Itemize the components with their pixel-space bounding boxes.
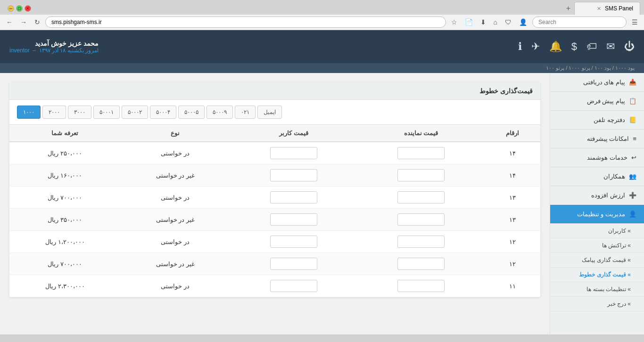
tab-1000[interactable]: ۱۰۰۰ xyxy=(17,106,41,119)
sidebar-sub-transactions[interactable]: تراکنش ها xyxy=(550,238,644,253)
cell-user-price[interactable] xyxy=(230,187,357,209)
cell-user-price[interactable] xyxy=(230,275,357,297)
main-layout: 📥 پیام های دریافتی 📋 پیام پیش فرض 📒 دفتر… xyxy=(0,73,644,334)
cell-tariff: ۲،۳۰۰،۰۰۰ ریال xyxy=(9,275,120,297)
table-row: ۱۱ در خواستی ۲،۳۰۰،۰۰۰ ریال xyxy=(9,275,540,297)
sub-users-label: کاربران xyxy=(608,228,626,234)
phonebook-icon: 📒 xyxy=(629,116,636,123)
bookmark-star-icon[interactable]: ☆ xyxy=(449,17,460,27)
sidebar-item-management[interactable]: 👤 مدیریت و تنظیمات xyxy=(550,205,644,224)
tab-50005[interactable]: ۵۰۰۰۵ xyxy=(178,106,205,119)
refresh-button[interactable]: ↻ xyxy=(32,17,42,27)
cell-tariff: ۱۶۰،۰۰۰ ریال xyxy=(9,164,120,187)
minimize-button[interactable]: ─ xyxy=(8,5,14,12)
forward-button[interactable]: → xyxy=(18,17,29,27)
user-price-input-4[interactable] xyxy=(270,236,317,248)
sidebar-item-draft[interactable]: 📋 پیام پیش فرض xyxy=(550,92,644,111)
user-price-input-3[interactable] xyxy=(270,213,317,226)
cell-type: در خواستی xyxy=(120,231,230,253)
send-icon[interactable]: ✈ xyxy=(531,41,540,53)
agent-price-input-3[interactable] xyxy=(397,213,445,226)
cell-user-price[interactable] xyxy=(230,164,357,187)
col-type: نوع xyxy=(120,125,230,142)
tab-close-icon[interactable]: ✕ xyxy=(597,6,601,12)
sidebar-sub-line-pricing[interactable]: قیمت گذاری خطوط xyxy=(550,268,644,282)
sidebar-item-partners[interactable]: 👥 همکاران xyxy=(550,167,644,186)
agent-price-input-5[interactable] xyxy=(397,258,445,270)
tab-2000[interactable]: ۲۰۰۰ xyxy=(42,106,66,119)
user-date: inventor – امروز یکشنبه ۱۸ آذر ۱۳۹۷ xyxy=(9,47,99,54)
reader-icon[interactable]: 📄 xyxy=(462,17,475,27)
profile-icon[interactable]: 👤 xyxy=(517,17,529,27)
sidebar-item-value-added[interactable]: ➕ ارزش افزوده xyxy=(550,186,644,205)
new-tab-button[interactable]: + xyxy=(562,4,574,13)
agent-price-input-0[interactable] xyxy=(397,147,445,159)
user-price-input-1[interactable] xyxy=(270,169,317,181)
home-icon[interactable]: ⌂ xyxy=(491,17,500,27)
menu-icon[interactable]: ☰ xyxy=(629,17,640,27)
tab-50002[interactable]: ۵۰۰۰۲ xyxy=(122,106,148,119)
agent-price-input-1[interactable] xyxy=(397,169,445,181)
tab-021[interactable]: ۰۲۱ xyxy=(235,106,256,119)
sidebar-sub-bundle-settings[interactable]: تنظیمات بسته ها xyxy=(550,282,644,297)
cell-type: در خواستی xyxy=(120,187,230,209)
dollar-icon[interactable]: $ xyxy=(571,41,577,53)
sidebar-item-label: دفترچه تلفن xyxy=(594,116,625,123)
tag-icon[interactable]: 🏷 xyxy=(586,41,597,53)
user-price-input-6[interactable] xyxy=(270,280,317,292)
table-row: ۱۲ غیر در خواستی ۷۰۰،۰۰۰ ریال xyxy=(9,253,540,275)
tab-3000[interactable]: ۳۰۰۰ xyxy=(68,106,91,119)
tab-email[interactable]: ایمیل xyxy=(257,106,282,119)
cell-agent-price[interactable] xyxy=(357,142,485,164)
sidebar-sub-users[interactable]: کاربران xyxy=(550,224,644,238)
table-row: ۱۴ غیر در خواستی ۱۶۰،۰۰۰ ریال xyxy=(9,164,540,187)
download-icon[interactable]: ⬇ xyxy=(478,17,488,27)
cell-tariff: ۳۵۰،۰۰۰ ریال xyxy=(9,209,120,231)
cell-agent-price[interactable] xyxy=(357,253,485,275)
sub-sms-pricing-label: قیمت گذاری پیامک xyxy=(582,257,626,263)
management-icon: 👤 xyxy=(629,211,636,218)
cell-type: غیر در خواستی xyxy=(120,164,230,187)
cell-agent-price[interactable] xyxy=(357,231,485,253)
cell-number: ۱۳ xyxy=(485,187,540,209)
cell-type: در خواستی xyxy=(120,275,230,297)
browser-search-input[interactable] xyxy=(532,16,627,28)
agent-price-input-6[interactable] xyxy=(397,280,445,292)
browser-tab[interactable]: SMS Panel ✕ xyxy=(574,2,640,15)
cell-user-price[interactable] xyxy=(230,142,357,164)
table-row: ۱۳ در خواستی ۷۰۰،۰۰۰ ریال xyxy=(9,187,540,209)
user-price-input-2[interactable] xyxy=(270,191,317,204)
close-button[interactable]: ✕ xyxy=(25,5,31,12)
tab-50001[interactable]: ۵۰۰۰۱ xyxy=(93,106,120,119)
shield-icon[interactable]: 🛡 xyxy=(503,17,514,27)
tab-50004[interactable]: ۵۰۰۰۴ xyxy=(150,106,176,119)
cell-agent-price[interactable] xyxy=(357,209,485,231)
sidebar-sub-news[interactable]: درج خبر xyxy=(550,297,644,311)
agent-price-input-4[interactable] xyxy=(397,236,445,248)
cell-user-price[interactable] xyxy=(230,253,357,275)
cell-agent-price[interactable] xyxy=(357,275,485,297)
tab-50009[interactable]: ۵۰۰۰۹ xyxy=(206,106,233,119)
tab-title: SMS Panel xyxy=(605,5,633,12)
user-price-input-0[interactable] xyxy=(270,147,317,159)
cell-user-price[interactable] xyxy=(230,209,357,231)
url-bar[interactable] xyxy=(45,16,446,28)
info-icon[interactable]: ℹ xyxy=(518,41,522,53)
power-icon[interactable]: ⏻ xyxy=(624,41,635,53)
back-button[interactable]: ← xyxy=(4,17,15,27)
sidebar-item-phonebook[interactable]: 📒 دفترچه تلفن xyxy=(550,111,644,130)
mail-icon[interactable]: ✉ xyxy=(606,41,615,53)
user-greeting: محمد عزیز خوش آمدید xyxy=(9,40,99,47)
cell-agent-price[interactable] xyxy=(357,187,485,209)
cell-agent-price[interactable] xyxy=(357,164,485,187)
maximize-button[interactable]: □ xyxy=(16,5,23,12)
sidebar-item-received[interactable]: 📥 پیام های دریافتی xyxy=(550,73,644,92)
bell-icon[interactable]: 🔔 xyxy=(549,41,562,53)
cell-user-price[interactable] xyxy=(230,231,357,253)
user-price-input-5[interactable] xyxy=(270,258,317,270)
sidebar-item-smart[interactable]: ↩ خدمات هوشمند xyxy=(550,148,644,167)
sidebar-item-advanced[interactable]: ≡ امکانات پیشرفته xyxy=(550,130,644,148)
sidebar-sub-sms-pricing[interactable]: قیمت گذاری پیامک xyxy=(550,253,644,268)
content-area: قیمت‌گذاری خطوط ۱۰۰۰ ۲۰۰۰ ۳۰۰۰ ۵۰۰۰۱ ۵۰۰… xyxy=(0,73,550,334)
agent-price-input-2[interactable] xyxy=(397,191,445,204)
